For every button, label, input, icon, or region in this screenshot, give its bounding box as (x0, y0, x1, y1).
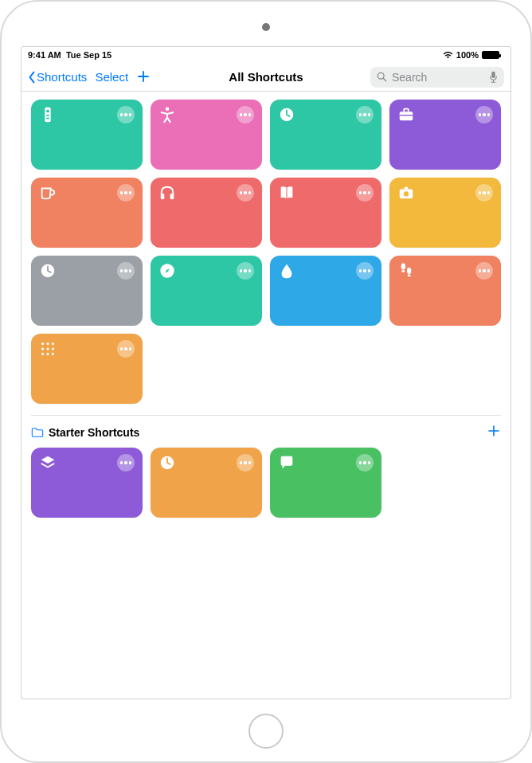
tile-header (397, 262, 493, 280)
tile-more-button[interactable] (475, 262, 493, 280)
tile-more-button[interactable] (117, 106, 135, 123)
tile-text: Expand URL (158, 307, 254, 319)
search-field[interactable]: Search (370, 67, 504, 88)
tile-more-button[interactable] (356, 184, 374, 202)
search-placeholder: Search (392, 71, 484, 84)
tile-more-button[interactable] (117, 184, 135, 202)
shortcut-tile[interactable]: Open App on Apple TV1 action (31, 100, 143, 170)
shortcut-tile[interactable]: What's a shortcut? (31, 448, 143, 518)
tile-text: Take a Break (158, 499, 254, 511)
shortcut-tile[interactable]: Take a Break (151, 448, 262, 518)
section-add-button[interactable] (487, 424, 501, 441)
shortcut-tile[interactable]: Remind Me at Work3 actions (389, 100, 501, 170)
svg-point-0 (377, 72, 384, 79)
tile-header (39, 340, 135, 358)
tile-text: Log Caffeine (39, 229, 135, 241)
tile-text: Where Next? (397, 307, 493, 319)
shortcut-tile[interactable]: Text Last Image (270, 448, 381, 518)
tile-more-button[interactable] (356, 106, 374, 123)
back-label: Shortcuts (37, 70, 87, 84)
tile-header (158, 262, 254, 280)
clock-icon (158, 454, 176, 471)
tile-more-button[interactable] (475, 106, 493, 123)
tile-more-button[interactable] (475, 184, 493, 202)
tile-more-button[interactable] (237, 262, 254, 280)
tile-label: Log Caffeine (39, 229, 135, 241)
starter-section: Starter Shortcuts What's a shortcut?Take… (31, 415, 501, 518)
back-button[interactable]: Shortcuts (28, 70, 87, 84)
tile-header (158, 454, 254, 471)
battery-pct: 100% (456, 50, 479, 60)
status-date: Tue Sep 15 (66, 50, 111, 60)
tile-label: What's a shortcut? (39, 499, 135, 511)
home-button[interactable] (248, 714, 284, 749)
shortcut-tile[interactable]: Where Next? (389, 256, 501, 326)
shortcut-tile[interactable]: Convert Photos To GIF (31, 334, 143, 404)
tile-more-button[interactable] (237, 454, 254, 471)
tile-more-button[interactable] (237, 184, 254, 202)
tile-label: Laundry Timer (278, 151, 374, 163)
shortcut-tile[interactable]: Log My Weight (151, 100, 262, 170)
tile-text: Log Water (278, 307, 374, 319)
tile-label: Where Was This Taken? (397, 217, 493, 241)
tile-text: Tea Timer (39, 307, 135, 319)
section-title: Starter Shortcuts (49, 426, 139, 439)
tile-label: Open App on Apple TV (39, 129, 135, 154)
status-right: 100% (443, 50, 504, 60)
shortcut-tile[interactable]: Where Was This Taken? (389, 178, 501, 248)
tile-subtitle: 3 actions (397, 155, 493, 163)
tile-text: Open App on Apple TV1 action (39, 129, 135, 163)
tile-label: Text Last Image (278, 499, 374, 511)
shortcut-tile[interactable]: Log Water (270, 256, 381, 326)
accessibility-icon (158, 106, 176, 123)
drop-icon (278, 262, 295, 280)
shortcut-tile[interactable]: Laundry Timer (270, 100, 381, 170)
wifi-icon (443, 51, 453, 59)
add-button[interactable] (136, 68, 151, 87)
remote-icon (39, 106, 57, 123)
stack-icon (39, 454, 57, 471)
footsteps-icon (397, 262, 415, 280)
shortcut-tile[interactable]: Tea Timer (31, 256, 143, 326)
tile-label: Remind Me at Work (397, 129, 493, 154)
tile-label: Tea Timer (39, 307, 135, 319)
svg-rect-1 (491, 72, 495, 78)
tile-more-button[interactable] (356, 454, 374, 471)
tile-header (397, 106, 493, 123)
search-icon (377, 72, 387, 82)
shortcut-tile[interactable]: Set Audio Output (151, 178, 262, 248)
camera-icon (397, 184, 415, 202)
tile-header (278, 184, 374, 202)
tile-more-button[interactable] (117, 340, 135, 358)
tile-more-button[interactable] (356, 262, 374, 280)
tile-text: Convert Photos To GIF (39, 373, 135, 397)
shortcut-tile[interactable]: Reading Mode (270, 178, 381, 248)
shortcut-tile[interactable]: Expand URL (151, 256, 262, 326)
shortcut-tile[interactable]: Log Caffeine (31, 178, 143, 248)
cup-icon (39, 184, 57, 202)
tile-header (39, 454, 135, 471)
status-bar: 9:41 AM Tue Sep 15 100% (22, 47, 510, 63)
tile-more-button[interactable] (117, 262, 135, 280)
battery-icon (482, 51, 499, 59)
section-header: Starter Shortcuts (31, 424, 501, 448)
tile-text: Text Last Image (278, 499, 374, 511)
status-time: 9:41 AM (28, 50, 61, 60)
nav-bar: Shortcuts Select All Shortcuts Search (22, 63, 510, 92)
tile-text: What's a shortcut? (39, 499, 135, 511)
tile-label: Reading Mode (278, 229, 374, 241)
book-icon (278, 184, 295, 202)
tile-header (278, 262, 374, 280)
tile-more-button[interactable] (237, 106, 254, 123)
tile-text: Reading Mode (278, 229, 374, 241)
select-button[interactable]: Select (95, 70, 128, 84)
clock-icon (39, 262, 57, 280)
main-grid: Open App on Apple TV1 actionLog My Weigh… (31, 100, 501, 404)
plus-icon (487, 424, 501, 438)
compass-icon (158, 262, 176, 280)
tile-header (397, 184, 493, 202)
tile-header (158, 184, 254, 202)
tile-label: Expand URL (158, 307, 254, 319)
tile-more-button[interactable] (117, 454, 135, 471)
folder-icon (31, 427, 44, 438)
